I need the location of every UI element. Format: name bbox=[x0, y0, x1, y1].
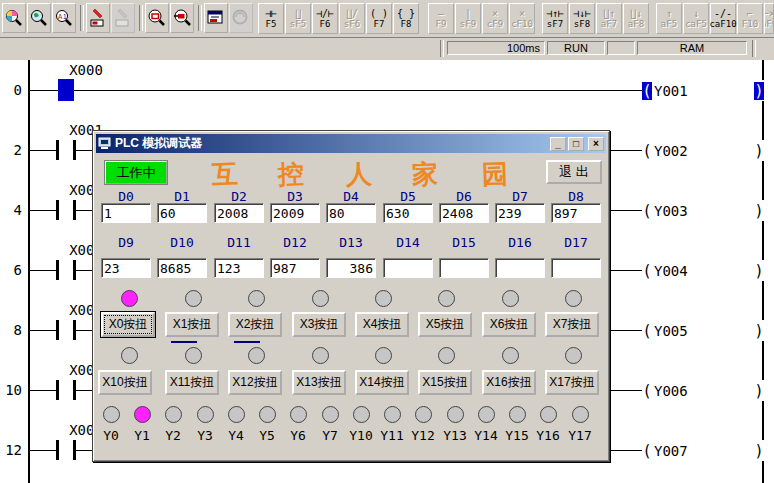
x1-button[interactable]: X1按扭 bbox=[165, 312, 219, 337]
status-separator bbox=[752, 40, 756, 57]
register-value-D1[interactable] bbox=[157, 203, 207, 223]
banner-char: 互 bbox=[207, 156, 242, 192]
application-window: A1 ⊣⊢F5 ∐sF5 ⊣/⊢F6 ∐/sF6 ( )F7 { }F8 —F9 bbox=[0, 0, 774, 483]
x16-button[interactable]: X16按扭 bbox=[482, 370, 536, 395]
x7-lamp bbox=[565, 290, 582, 307]
x4-button[interactable]: X4按扭 bbox=[355, 312, 409, 337]
coil-Y006[interactable]: (Y006) bbox=[642, 380, 764, 401]
x2-button[interactable]: X2按扭 bbox=[228, 312, 282, 337]
register-value-D7[interactable] bbox=[495, 203, 545, 223]
register-value-D14[interactable] bbox=[383, 258, 433, 278]
coil-Y007[interactable]: (Y007) bbox=[642, 440, 764, 461]
pencil-monitor-icon bbox=[111, 3, 135, 33]
window-monitor-icon[interactable] bbox=[204, 3, 228, 33]
register-value-D8[interactable] bbox=[551, 203, 601, 223]
register-label-D5: D5 bbox=[383, 189, 433, 204]
y0-label: Y0 bbox=[96, 428, 126, 443]
x6-button[interactable]: X6按扭 bbox=[482, 312, 536, 337]
x6-lamp bbox=[502, 290, 519, 307]
coil-Y002[interactable]: (Y002) bbox=[642, 140, 764, 161]
x17-button[interactable]: X17按扭 bbox=[545, 370, 599, 395]
toolbar-separator bbox=[80, 5, 84, 31]
computer-icon bbox=[98, 137, 112, 150]
contact-X004[interactable] bbox=[53, 320, 79, 340]
y1-label: Y1 bbox=[127, 428, 157, 443]
tool-delete-vertical-line: ×cF10 bbox=[509, 3, 535, 34]
tool-closed-contact[interactable]: ⊣/⊢F6 bbox=[312, 3, 338, 34]
contact-X006[interactable] bbox=[53, 440, 79, 460]
tool-rising-pulse: ↑aF5 bbox=[656, 3, 682, 34]
coil-Y004[interactable]: (Y004) bbox=[642, 260, 764, 281]
x15-button[interactable]: X15按扭 bbox=[418, 370, 472, 395]
x7-button[interactable]: X7按扭 bbox=[545, 312, 599, 337]
y16-label: Y16 bbox=[533, 428, 563, 443]
register-value-D15[interactable] bbox=[439, 258, 489, 278]
x13-button[interactable]: X13按扭 bbox=[292, 370, 346, 395]
magnifier-rainbow-icon[interactable] bbox=[2, 3, 26, 33]
magnifier-monitor-write-icon[interactable] bbox=[170, 3, 194, 33]
register-value-D5[interactable] bbox=[383, 203, 433, 223]
magnifier-abc-icon[interactable]: A1 bbox=[52, 3, 76, 33]
register-value-D0[interactable] bbox=[101, 203, 151, 223]
rung-number: 8 bbox=[0, 322, 22, 338]
x3-button[interactable]: X3按扭 bbox=[292, 312, 346, 337]
y2-label: Y2 bbox=[158, 428, 188, 443]
magnifier-monitor-icon[interactable] bbox=[145, 3, 169, 33]
tool-instruction[interactable]: { }F8 bbox=[393, 3, 419, 34]
x11-lamp bbox=[185, 347, 202, 364]
minimize-button[interactable]: _ bbox=[550, 137, 566, 151]
y1-lamp bbox=[134, 406, 151, 423]
tool-invert-result[interactable]: -/-caF10 bbox=[710, 3, 736, 34]
coil-Y005[interactable]: (Y005) bbox=[642, 320, 764, 341]
register-value-D2[interactable] bbox=[214, 203, 264, 223]
magnifier-globe-icon[interactable] bbox=[27, 3, 51, 33]
working-status-button[interactable]: 工作中 bbox=[105, 161, 167, 184]
x11-button[interactable]: X11按扭 bbox=[165, 370, 219, 395]
y14-label: Y14 bbox=[471, 428, 501, 443]
contact-X002[interactable] bbox=[53, 200, 79, 220]
tool-rising-pulse-contact[interactable]: ⊣↑⊢sF7 bbox=[542, 3, 568, 34]
register-value-D10[interactable] bbox=[157, 258, 207, 278]
x5-lamp bbox=[438, 290, 455, 307]
y5-label: Y5 bbox=[252, 428, 282, 443]
register-value-D13[interactable] bbox=[326, 258, 376, 278]
register-value-D3[interactable] bbox=[270, 203, 320, 223]
tool-coil[interactable]: ( )F7 bbox=[366, 3, 392, 34]
coil-Y001[interactable]: (Y001) bbox=[642, 80, 764, 101]
register-value-D17[interactable] bbox=[551, 258, 601, 278]
y2-lamp bbox=[165, 406, 182, 423]
x10-button[interactable]: X10按扭 bbox=[98, 370, 152, 395]
dialog-title-bar[interactable]: PLC 模拟调试器 _ □ × bbox=[96, 134, 606, 153]
contact-X000[interactable] bbox=[53, 80, 79, 100]
register-value-D9[interactable] bbox=[101, 258, 151, 278]
register-value-D4[interactable] bbox=[326, 203, 376, 223]
maximize-button[interactable]: □ bbox=[568, 137, 584, 151]
register-value-D16[interactable] bbox=[495, 258, 545, 278]
y15-label: Y15 bbox=[502, 428, 532, 443]
y13-lamp bbox=[447, 406, 464, 423]
contact-X005[interactable] bbox=[53, 380, 79, 400]
plc-status-bar: 100ms RUN RAM bbox=[0, 38, 774, 60]
register-value-D11[interactable] bbox=[214, 258, 264, 278]
tool-open-contact[interactable]: ⊣⊢F5 bbox=[258, 3, 284, 34]
y4-label: Y4 bbox=[221, 428, 251, 443]
exit-button[interactable]: 退 出 bbox=[546, 160, 602, 184]
x12-button[interactable]: X12按扭 bbox=[228, 370, 282, 395]
x14-button[interactable]: X14按扭 bbox=[355, 370, 409, 395]
register-value-D6[interactable] bbox=[439, 203, 489, 223]
x0-button[interactable]: X0按扭 bbox=[101, 312, 155, 337]
close-button[interactable]: × bbox=[588, 137, 604, 151]
register-value-D12[interactable] bbox=[270, 258, 320, 278]
contact-X003[interactable] bbox=[53, 260, 79, 280]
register-label-D4: D4 bbox=[326, 189, 376, 204]
pencil-write-icon[interactable] bbox=[86, 3, 110, 33]
contact-X001[interactable] bbox=[53, 140, 79, 160]
y17-label: Y17 bbox=[565, 428, 595, 443]
x1-lamp bbox=[185, 290, 202, 307]
register-label-D8: D8 bbox=[551, 189, 601, 204]
coil-Y003[interactable]: (Y003) bbox=[642, 200, 764, 221]
tool-falling-pulse-contact[interactable]: ⊣↓⊢sF8 bbox=[569, 3, 595, 34]
x5-button[interactable]: X5按扭 bbox=[418, 312, 472, 337]
svg-text:1: 1 bbox=[63, 13, 67, 20]
register-label-D2: D2 bbox=[214, 189, 264, 204]
